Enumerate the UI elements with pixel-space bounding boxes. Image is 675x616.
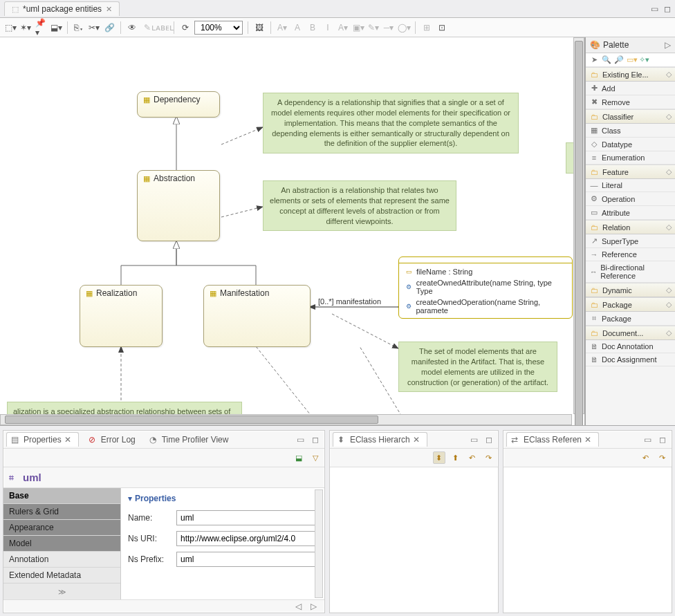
filter-icon[interactable]: ✂▾ <box>88 21 100 34</box>
palette-group-relation[interactable]: 🗀Relation◇ <box>586 220 675 234</box>
compartment-box[interactable]: ▭fileName : String ⚙createOwnedAttribute… <box>398 256 573 319</box>
close-icon[interactable]: ✕ <box>106 5 112 14</box>
tab-errorlog[interactable]: ⊘Error Log <box>84 433 140 447</box>
minimize-icon[interactable]: ▭ <box>470 435 480 445</box>
class-dependency[interactable]: ▦Dependency <box>137 91 220 118</box>
close-icon[interactable]: ✕ <box>64 435 74 445</box>
linestyle-icon[interactable]: ─▾ <box>382 21 395 34</box>
palette-item-remove[interactable]: ✖Remove <box>586 95 675 109</box>
propnav-rulers[interactable]: Rulers & Grid <box>3 504 120 520</box>
pin-icon[interactable]: 📌▾ <box>35 21 47 34</box>
italic-icon[interactable]: I <box>322 21 334 34</box>
scroll-left-icon[interactable]: ◁ <box>295 601 305 611</box>
font-icon[interactable]: A▾ <box>276 21 288 34</box>
copy-layout-icon[interactable]: ⎘▾ <box>73 21 85 34</box>
history-fwd-icon[interactable]: ↷ <box>483 451 495 464</box>
close-icon[interactable]: ✕ <box>413 435 423 445</box>
fontcolor-icon[interactable]: A▾ <box>337 21 349 34</box>
class-realization[interactable]: ▦Realization <box>80 285 163 347</box>
bold-icon[interactable]: B <box>306 21 319 34</box>
palette-item-attribute[interactable]: ▭Attribute <box>586 206 675 220</box>
horizontal-scrollbar[interactable] <box>0 414 572 425</box>
palette-item-enumeration[interactable]: ≡Enumeration <box>586 151 675 165</box>
tab-timeprofiler[interactable]: ◔Time Profiler View <box>145 433 233 447</box>
scroll-right-icon[interactable]: ▷ <box>311 601 320 611</box>
propnav-extmeta[interactable]: Extended Metadata <box>3 568 120 584</box>
linecolor-icon[interactable]: ✎▾ <box>367 21 380 34</box>
name-input[interactable] <box>176 510 317 525</box>
zoom-out-icon[interactable]: 🔎 <box>614 55 624 64</box>
palette-item-datatype[interactable]: ◇Datatype <box>586 138 675 151</box>
minimize-icon[interactable]: ▭ <box>644 435 654 445</box>
close-icon[interactable]: ✕ <box>584 435 594 445</box>
layout-icon[interactable]: ⬚▾ <box>4 21 17 34</box>
palette-item-package[interactable]: ⌗Package <box>586 312 675 326</box>
label-icon[interactable]: ʟᴀʙᴇʟ <box>156 21 169 34</box>
palette-item-supertype[interactable]: ↗SuperType <box>586 234 675 248</box>
shape-icon[interactable]: ◯▾ <box>398 21 410 34</box>
font-size-icon[interactable]: A <box>291 21 304 34</box>
tab-properties[interactable]: ▤Properties✕ <box>6 432 79 447</box>
palette-item-reference[interactable]: →Reference <box>586 248 675 261</box>
palette-item-doc-annotation[interactable]: 🗎Doc Annotation <box>586 340 675 353</box>
refresh-icon[interactable]: ⟳ <box>179 21 192 34</box>
view-menu-icon[interactable]: ▽ <box>309 451 322 464</box>
export-image-icon[interactable]: 🖼 <box>253 21 266 34</box>
note-dependency[interactable]: A dependency is a relationship that sign… <box>263 93 519 153</box>
maximize-icon[interactable]: ◻ <box>312 435 322 445</box>
history-fwd-icon[interactable]: ↷ <box>656 451 669 464</box>
palette-item-doc-assignment[interactable]: 🗎Doc Assignment <box>586 353 675 366</box>
palette-item-operation[interactable]: ⚙Operation <box>586 192 675 206</box>
wand-icon[interactable]: ✧▾ <box>639 55 649 64</box>
collapse-icon[interactable]: ▾ <box>128 494 132 503</box>
propnav-model[interactable]: Model <box>3 536 120 552</box>
palette-item-add[interactable]: ✚Add <box>586 82 675 95</box>
class-manifestation[interactable]: ▦Manifestation <box>203 285 311 347</box>
vertical-scrollbar[interactable] <box>573 37 584 414</box>
class-abstraction[interactable]: ▦Abstraction <box>137 170 220 241</box>
minimize-icon[interactable]: ▭ <box>297 435 306 445</box>
show-type-hierarchy-icon[interactable]: ⬍ <box>433 451 445 464</box>
select-all-icon[interactable]: ⊞ <box>420 21 433 34</box>
maximize-icon[interactable]: ◻ <box>659 435 669 445</box>
vertical-scrollbar[interactable] <box>315 489 323 598</box>
editor-tab[interactable]: ⬚ *uml package entities ✕ <box>4 1 120 16</box>
palette-group-existing[interactable]: 🗀Existing Ele...◇ <box>586 67 675 82</box>
history-back-icon[interactable]: ↶ <box>466 451 479 464</box>
minimize-icon[interactable]: ▭ <box>651 4 658 14</box>
fillcolor-icon[interactable]: ▣▾ <box>352 21 364 34</box>
tab-eclass-hierarch[interactable]: ⬍EClass Hierarch✕ <box>333 432 427 447</box>
link-icon[interactable]: 🔗 <box>103 21 115 34</box>
zoom-select[interactable]: 100% <box>194 21 243 35</box>
nav-overflow-icon[interactable]: ≫ <box>3 585 120 599</box>
palette-group-dynamic[interactable]: 🗀Dynamic◇ <box>586 283 675 297</box>
show-categories-icon[interactable]: ⬓ <box>293 451 305 464</box>
arrange-icon[interactable]: ✶▾ <box>19 21 32 34</box>
palette-group-package[interactable]: 🗀Package◇ <box>586 297 675 312</box>
note-manifestation[interactable]: The set of model elements that are manif… <box>398 342 557 392</box>
chevron-right-icon[interactable]: ▷ <box>665 40 671 50</box>
palette-group-document[interactable]: 🗀Document...◇ <box>586 326 675 340</box>
propnav-base[interactable]: Base <box>3 488 120 504</box>
snap-icon[interactable]: ⊡ <box>436 21 448 34</box>
nsuri-input[interactable] <box>176 531 317 546</box>
palette-group-classifier[interactable]: 🗀Classifier◇ <box>586 109 675 124</box>
palette-item-literal[interactable]: —Literal <box>586 179 675 192</box>
hide-icon[interactable]: 👁 <box>126 21 138 34</box>
note-abstraction[interactable]: An abstraction is a relationship that re… <box>263 180 456 231</box>
maximize-icon[interactable]: ◻ <box>486 435 495 445</box>
palette-item-bi-directional-reference[interactable]: ↔Bi-directional Reference <box>586 261 675 283</box>
maximize-icon[interactable]: ◻ <box>664 4 671 14</box>
pointer-icon[interactable]: ➤ <box>589 55 599 64</box>
align-icon[interactable]: ⬓▾ <box>50 21 62 34</box>
diagram-canvas[interactable]: ▦Dependency ▦Abstraction ▦Realization ▦M… <box>0 37 585 425</box>
zoom-in-icon[interactable]: 🔍 <box>602 55 611 64</box>
propnav-annotation[interactable]: Annotation <box>3 552 120 568</box>
nsprefix-input[interactable] <box>176 552 317 567</box>
history-back-icon[interactable]: ↶ <box>640 451 652 464</box>
tab-eclass-referen[interactable]: ⇄EClass Referen✕ <box>506 432 599 447</box>
note-tool-icon[interactable]: ▭▾ <box>627 55 636 64</box>
palette-item-class[interactable]: ▦Class <box>586 124 675 138</box>
palette-group-feature[interactable]: 🗀Feature◇ <box>586 165 675 179</box>
show-supertype-icon[interactable]: ⬆ <box>450 451 462 464</box>
